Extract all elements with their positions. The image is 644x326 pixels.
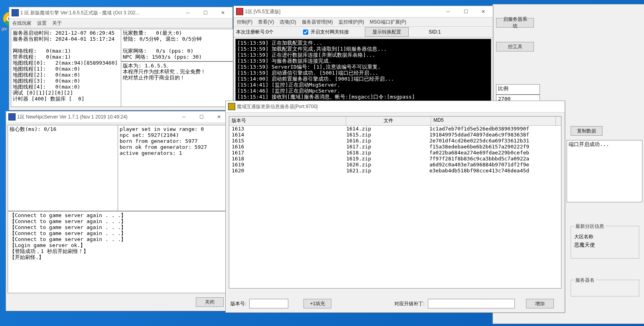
titlebar[interactable]: 1区 [V5.5互通版] ─ ☐ ✕ xyxy=(234,6,493,18)
desktop: www.aae.ink www.aae.ink www.aae.ink www.… xyxy=(0,0,644,326)
close-button[interactable]: ✕ xyxy=(475,6,492,17)
ratio-label: 比例 xyxy=(496,84,540,95)
menu-settings[interactable]: 设置 xyxy=(37,20,47,27)
menu-control[interactable]: 控制(F) xyxy=(237,19,252,26)
reg-count-label: 本次注册帐号:0个 xyxy=(236,29,274,36)
patch-input[interactable] xyxy=(428,299,515,308)
titlebar[interactable]: 1 区 新版魔域引擎 Ver:1.6.5.5正式版 - 魔域 (Oct 3 20… xyxy=(9,7,232,19)
version-label: 版本号: xyxy=(230,300,246,307)
minimize-button[interactable]: ─ xyxy=(175,112,193,122)
copy-data-button[interactable]: 复制数据 xyxy=(571,126,603,136)
bottom-bar: 版本号: +1填充 对应升级补丁: 增加 xyxy=(230,299,554,308)
start-server-button[interactable]: 启服务器系统 xyxy=(496,18,534,28)
npc-server-window[interactable]: 1区 NewNpcServer Ver 1.7.1 (Nov 1 2019 10… xyxy=(6,111,229,311)
npc-log-panel: 【Connect to game server again . . .】 【Co… xyxy=(8,211,230,293)
npc-stats-panel: player set in view range: 0 npc set: 592… xyxy=(118,125,230,211)
table-row[interactable]: 16181619.zip7f97f281f8b836c9ca3bbbd5c7a0… xyxy=(229,156,561,162)
app-icon xyxy=(12,9,19,16)
table-row[interactable]: 16191620.zipa6d92c0a403e7a696884b97071df… xyxy=(229,162,561,168)
console-panel[interactable]: [15:13:59] 正在加载配置文件... [15:13:59] 加载配置文件… xyxy=(235,39,491,101)
maximize-button[interactable]: ☐ xyxy=(457,6,475,17)
window-title: 魔域互通版更新信息服务器[Port:9700] xyxy=(237,103,564,110)
titlebar[interactable]: 1区 NewNpcServer Ver 1.7.1 (Nov 1 2019 10… xyxy=(6,111,228,123)
menubar[interactable]: 控制(F) 查看(V) 选项(O) 服务器管理(M) 监控维护(R) MSG端口… xyxy=(234,18,493,27)
list-body[interactable]: 16131614.zip1c1ad7eb70f1d5e526edb0389039… xyxy=(229,126,561,174)
update-server-window[interactable]: 魔域互通版更新信息服务器[Port:9700] 版本号 文件 MD5 16131… xyxy=(225,101,565,313)
window-title: 1区 [V5.5互通版] xyxy=(245,8,439,15)
table-row[interactable]: 16131614.zip1c1ad7eb70f1d5e526edb0389039… xyxy=(229,126,561,132)
list-header: 版本号 文件 MD5 xyxy=(229,117,561,126)
menu-options[interactable]: 选项(O) xyxy=(280,19,296,26)
menu-server[interactable]: 服务器管理(M) xyxy=(302,19,333,26)
port-log-panel: 端口开启成功... xyxy=(567,140,642,202)
titlebar[interactable]: 魔域互通版更新信息服务器[Port:9700] xyxy=(226,101,565,113)
table-row[interactable]: 16161617.zipf15a38edebae6be6b2b6157a2902… xyxy=(229,144,561,150)
maximize-button[interactable]: ☐ xyxy=(193,112,210,122)
engine-right-bot-panel: 版本为: 1.6.5.5。 本程序只作为技术研究，完全免费！ 绝对禁止作用于商业… xyxy=(121,61,233,107)
col-version[interactable]: 版本号 xyxy=(229,117,346,125)
menu-msg[interactable]: MSG端口扩展(P) xyxy=(370,19,406,26)
zone-name-value: 恶魔天使 xyxy=(574,241,595,249)
menubar[interactable]: 在线玩家 设置 关于 xyxy=(9,19,232,28)
minimize-button[interactable]: ─ xyxy=(439,6,457,17)
col-file[interactable]: 文件 xyxy=(346,117,431,125)
engine-left-panel: 服务器启动时间: 2021-12-07 06:29:45 服务器当前时间: 20… xyxy=(11,29,122,107)
col-md5[interactable]: MD5 xyxy=(431,117,556,125)
menu-monitor[interactable]: 监控维护(R) xyxy=(339,19,364,26)
server-name-box: 服务器名 xyxy=(571,280,639,296)
menu-online[interactable]: 在线玩家 xyxy=(12,20,32,27)
window-title: 1区 NewNpcServer Ver 1.7.1 (Nov 1 2019 10… xyxy=(17,114,175,121)
engine-window[interactable]: 1 区 新版魔域引擎 Ver:1.6.5.5正式版 - 魔域 (Oct 3 20… xyxy=(9,7,233,111)
zone-group-title: 最新分区信息 xyxy=(574,223,605,230)
version-input[interactable] xyxy=(249,299,288,308)
plus1-button[interactable]: +1填充 xyxy=(303,299,331,308)
interop-window[interactable]: 1区 [V5.5互通版] ─ ☐ ✕ 控制(F) 查看(V) 选项(O) 服务器… xyxy=(233,6,493,102)
maximize-button[interactable]: ☐ xyxy=(197,8,214,18)
engine-right-top-panel: 玩家数量: 0(最大:0) 登陆: 0/5分钟, 退出: 0/5分钟 玩家网络:… xyxy=(121,29,233,61)
table-row[interactable]: 16141615.zip191849975ddad74897dea6c9f983… xyxy=(229,132,561,138)
gateway-check-label: 开启支付网关转接 xyxy=(311,29,349,34)
table-row[interactable]: 16151616.zip2e701df4cd26e0225dc6a69f3361… xyxy=(229,138,561,144)
sid-label: SID:1 xyxy=(429,29,441,35)
close-button-bottom[interactable]: 关闭 xyxy=(196,297,224,307)
table-row[interactable]: 16201621.zipe3ebab4db518bf98cce413c746de… xyxy=(229,168,561,174)
close-button[interactable]: ✕ xyxy=(214,8,232,18)
latest-zone-box: 最新分区信息 大区名称 恶魔天使 xyxy=(571,226,639,259)
add-button[interactable]: 增加 xyxy=(526,299,554,308)
menu-about[interactable]: 关于 xyxy=(52,20,62,27)
npc-cores-panel: 核心数(ms): 0/16 xyxy=(8,125,119,211)
toolbar: 本次注册帐号:0个 开启支付网关转接 显示转换配置 SID:1 xyxy=(234,27,493,38)
app-icon xyxy=(8,113,16,121)
minimize-button[interactable]: ─ xyxy=(179,8,197,18)
patch-label: 对应升级补丁: xyxy=(394,300,424,307)
gateway-checkbox[interactable] xyxy=(303,30,308,35)
zone-name-label: 大区名称 xyxy=(574,233,593,240)
window-title: 1 区 新版魔域引擎 Ver:1.6.5.5正式版 - 魔域 (Oct 3 20… xyxy=(20,10,179,16)
app-icon xyxy=(236,8,243,15)
menu-view[interactable]: 查看(V) xyxy=(258,19,274,26)
app-icon xyxy=(228,103,235,110)
table-row[interactable]: 16171618.zipfa022ba684ea274e69fdae229b0c… xyxy=(229,150,561,156)
server-name-label: 服务器名 xyxy=(574,277,596,284)
show-config-button[interactable]: 显示转换配置 xyxy=(365,27,409,37)
watch-tool-button[interactable]: 控工具 xyxy=(496,42,534,51)
update-list[interactable]: 版本号 文件 MD5 16131614.zip1c1ad7eb70f1d5e52… xyxy=(229,116,561,288)
